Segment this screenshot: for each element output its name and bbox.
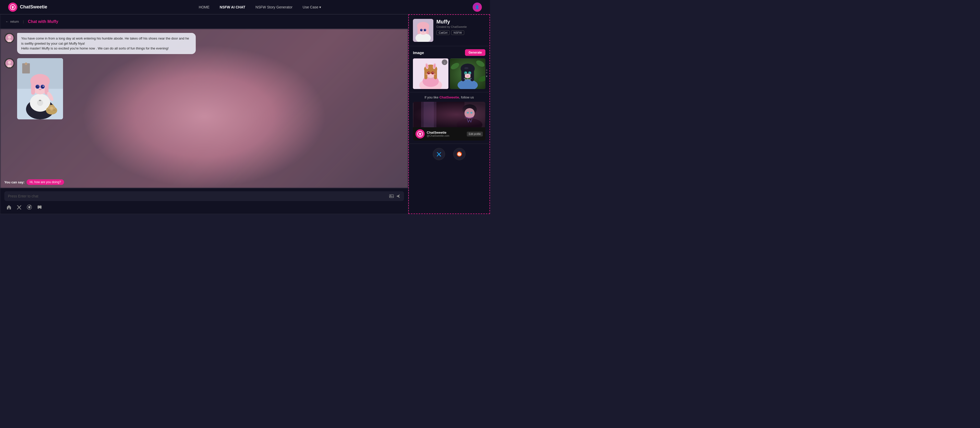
character-creator: Created by ChatSweetie (436, 25, 485, 28)
chat-input-row (4, 191, 404, 201)
svg-rect-58 (417, 26, 420, 34)
follow-name: ChatSweetie (427, 131, 465, 135)
chat-input[interactable] (8, 194, 387, 198)
svg-point-48 (38, 207, 39, 208)
svg-point-62 (421, 29, 422, 31)
chat-container: ← return | Chat with Muffy (0, 14, 408, 214)
tag-catgirl[interactable]: CatGirl (436, 30, 450, 35)
download-icon-1[interactable] (442, 59, 447, 65)
follow-section: If you like ChatSweetie, follow us (409, 92, 490, 144)
suggestion-pill[interactable]: Hi, how are you doing? (27, 179, 64, 185)
image-section-header: Image Generate (413, 49, 485, 56)
scroll-dot-2 (486, 72, 487, 73)
nav-use-case[interactable]: Use Case ▾ (303, 5, 321, 9)
follow-name-block: ChatSweetie @ChatSweetie.com (427, 131, 465, 137)
svg-rect-41 (390, 195, 393, 198)
logo-icon (8, 3, 18, 12)
follow-text: If you like ChatSweetie, follow us (413, 95, 485, 99)
follow-logo (415, 129, 425, 138)
svg-rect-59 (426, 26, 429, 34)
avatar-icon: 👤 (475, 5, 479, 9)
chevron-down-icon: ▾ (319, 5, 321, 9)
character-info: Muffy Created by ChatSweetie CatGirl NSF… (409, 15, 490, 46)
scroll-dot-1 (486, 70, 487, 71)
svg-point-100 (466, 73, 466, 73)
character-avatar (413, 19, 433, 42)
image-thumb-2 (450, 59, 485, 89)
svg-point-1 (12, 8, 13, 9)
svg-point-101 (469, 73, 470, 73)
svg-point-8 (8, 61, 11, 64)
chat-footer-home-icon[interactable] (5, 203, 13, 211)
svg-point-82 (433, 73, 433, 73)
nav-links: HOME NSFW AI CHAT NSFW Story Generator U… (199, 5, 321, 9)
send-icon[interactable] (396, 194, 401, 198)
image-grid: ▾ (413, 59, 485, 89)
twitter-social-button[interactable] (433, 148, 445, 160)
main-layout: ← return | Chat with Muffy (0, 14, 490, 214)
image-message-row (4, 58, 404, 119)
svg-point-83 (426, 73, 428, 75)
svg-point-103 (468, 73, 471, 74)
nav-nsfw-chat[interactable]: NSFW AI CHAT (220, 5, 245, 9)
logo-text: ChatSweetie (20, 4, 47, 10)
svg-point-119 (460, 154, 461, 154)
chat-header: ← return | Chat with Muffy (0, 14, 408, 29)
chat-input-area (0, 188, 408, 214)
edit-profile-button[interactable]: Edit profile (467, 132, 483, 136)
muffy-avatar-1 (4, 33, 14, 43)
reddit-icon[interactable] (26, 203, 33, 211)
svg-point-40 (50, 106, 53, 110)
right-sidebar: Muffy Created by ChatSweetie CatGirl NSF… (408, 14, 490, 214)
svg-point-32 (41, 86, 44, 88)
svg-point-3 (8, 36, 11, 39)
image-attach-icon[interactable] (389, 194, 394, 198)
svg-point-45 (28, 207, 29, 207)
chat-messages: You have come in from a long day at work… (0, 29, 408, 188)
chat-footer-icons (4, 203, 404, 211)
suggestion-label: You can say: (4, 180, 24, 184)
svg-point-49 (40, 207, 41, 208)
app-logo[interactable]: ChatSweetie (8, 3, 47, 12)
chat-image-muffy (17, 58, 63, 119)
character-tags: CatGirl NSFW (436, 30, 485, 35)
discord-icon[interactable] (36, 203, 43, 211)
follow-card-bg (413, 102, 485, 127)
svg-point-95 (465, 67, 469, 69)
user-avatar[interactable]: 👤 (473, 3, 482, 12)
follow-handle: @ChatSweetie.com (427, 135, 465, 137)
tag-nsfw[interactable]: NSFW (451, 30, 464, 35)
scroll-indicator: ▾ (486, 70, 487, 78)
nav-story[interactable]: NSFW Story Generator (256, 5, 293, 9)
nav-home[interactable]: HOME (199, 5, 210, 9)
svg-point-46 (30, 207, 30, 207)
svg-point-64 (422, 30, 422, 30)
message-row-1: You have come in from a long day at work… (4, 33, 304, 54)
suggestion-bar: You can say: Hi, how are you doing? (4, 179, 64, 185)
svg-rect-94 (470, 69, 474, 81)
character-details: Muffy Created by ChatSweetie CatGirl NSF… (436, 19, 485, 35)
navbar: ChatSweetie HOME NSFW AI CHAT NSFW Story… (0, 0, 490, 14)
svg-point-84 (433, 73, 436, 75)
reddit-social-button[interactable] (453, 148, 466, 160)
svg-point-34 (43, 86, 44, 87)
svg-point-65 (425, 30, 425, 30)
social-section (409, 144, 490, 164)
svg-point-102 (464, 73, 467, 74)
character-name: Muffy (436, 19, 485, 25)
image-thumb-1 (413, 59, 449, 89)
follow-card: ChatSweetie @ChatSweetie.com Edit profil… (413, 102, 485, 141)
message-text-1: You have come in from a long day at work… (21, 36, 189, 50)
twitter-icon[interactable] (16, 203, 23, 211)
image-section-title: Image (413, 51, 424, 55)
svg-rect-27 (31, 81, 35, 95)
svg-point-15 (25, 62, 27, 65)
header-separator: | (23, 20, 24, 24)
scroll-arrow-down[interactable]: ▾ (486, 75, 487, 78)
back-button[interactable]: ← return (5, 20, 19, 24)
generate-button[interactable]: Generate (465, 49, 485, 56)
arrow-left-icon: ← (5, 20, 9, 24)
messages-overlay: You have come in from a long day at work… (0, 29, 408, 188)
svg-point-115 (420, 135, 421, 136)
chat-title: Chat with Muffy (28, 19, 58, 24)
